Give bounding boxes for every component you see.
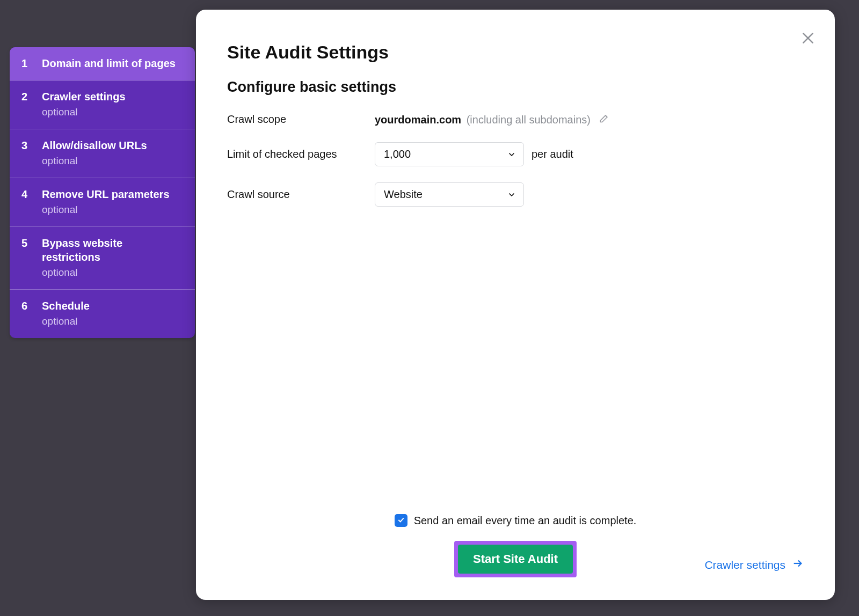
step-remove-url-parameters[interactable]: 4 Remove URL parameters optional: [10, 178, 195, 227]
step-allow-disallow-urls[interactable]: 3 Allow/disallow URLs optional: [10, 129, 195, 178]
limit-pages-value: 1,000: [384, 148, 411, 160]
crawl-source-row: Crawl source Website: [227, 182, 804, 207]
step-label: Schedule: [42, 299, 183, 313]
step-label: Remove URL parameters: [42, 187, 183, 201]
step-optional: optional: [42, 203, 183, 217]
step-label: Domain and limit of pages: [42, 56, 183, 70]
next-link-label: Crawler settings: [704, 559, 785, 571]
check-icon: [397, 515, 405, 527]
email-notify-label: Send an email every time an audit is com…: [414, 515, 637, 527]
step-optional: optional: [42, 154, 183, 168]
step-schedule[interactable]: 6 Schedule optional: [10, 290, 195, 338]
limit-pages-select[interactable]: 1,000: [375, 142, 524, 166]
step-number: 4: [21, 187, 31, 201]
start-audit-highlight: Start Site Audit: [454, 541, 577, 577]
start-site-audit-button[interactable]: Start Site Audit: [458, 545, 573, 574]
step-optional: optional: [42, 314, 183, 328]
step-label: Bypass website restrictions: [42, 236, 183, 264]
crawl-scope-row: Crawl scope yourdomain.com (including al…: [227, 113, 804, 126]
email-notify-row: Send an email every time an audit is com…: [395, 514, 637, 527]
crawl-source-value: Website: [384, 188, 423, 201]
crawl-scope-domain: yourdomain.com: [375, 114, 461, 126]
crawl-source-label: Crawl source: [227, 188, 375, 201]
pencil-icon: [599, 113, 610, 125]
step-label: Allow/disallow URLs: [42, 138, 183, 152]
step-number: 3: [21, 138, 31, 152]
site-audit-settings-panel: Site Audit Settings Configure basic sett…: [196, 10, 835, 600]
limit-pages-label: Limit of checked pages: [227, 148, 375, 160]
step-domain-and-limit[interactable]: 1 Domain and limit of pages: [10, 47, 195, 80]
step-crawler-settings[interactable]: 2 Crawler settings optional: [10, 80, 195, 129]
crawl-scope-note: (including all subdomains): [467, 114, 591, 126]
step-number: 1: [21, 56, 31, 70]
step-number: 6: [21, 299, 31, 313]
chevron-down-icon: [507, 190, 516, 199]
close-icon: [801, 31, 815, 47]
step-label: Crawler settings: [42, 90, 183, 104]
section-title: Configure basic settings: [227, 79, 804, 96]
crawl-scope-label: Crawl scope: [227, 113, 375, 126]
chevron-down-icon: [507, 150, 516, 159]
page-title: Site Audit Settings: [227, 42, 804, 63]
step-number: 5: [21, 236, 31, 250]
crawler-settings-next-link[interactable]: Crawler settings: [704, 558, 804, 572]
limit-pages-unit: per audit: [532, 148, 573, 160]
crawl-source-select[interactable]: Website: [375, 182, 524, 207]
step-bypass-restrictions[interactable]: 5 Bypass website restrictions optional: [10, 227, 195, 290]
email-notify-checkbox[interactable]: [395, 514, 407, 527]
settings-steps-sidebar: 1 Domain and limit of pages 2 Crawler se…: [10, 47, 195, 338]
step-optional: optional: [42, 266, 183, 280]
close-button[interactable]: [798, 29, 818, 48]
limit-pages-row: Limit of checked pages 1,000 per audit: [227, 142, 804, 166]
arrow-right-icon: [792, 558, 804, 572]
step-number: 2: [21, 90, 31, 104]
edit-crawl-scope-button[interactable]: [599, 113, 610, 125]
step-optional: optional: [42, 105, 183, 119]
